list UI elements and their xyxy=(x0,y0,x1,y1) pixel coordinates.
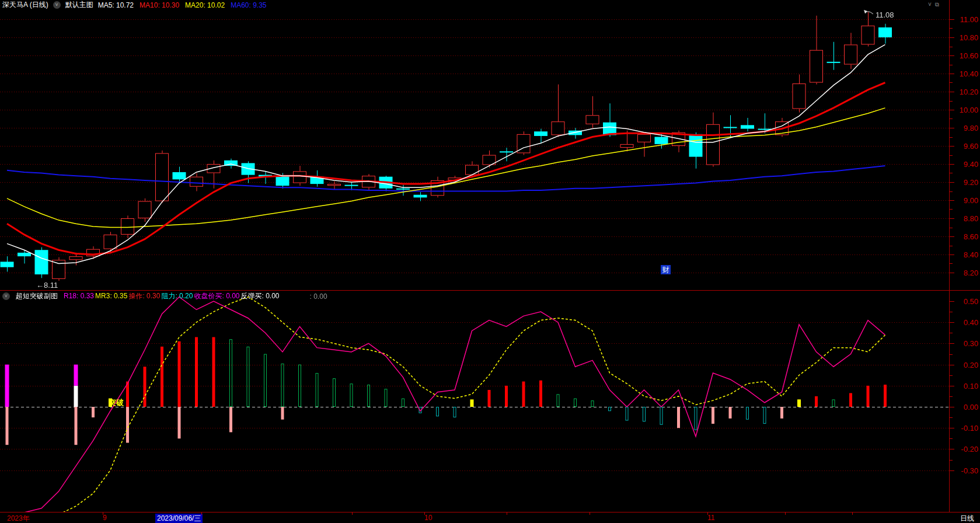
ma-legend-item: MA60: 9.35 xyxy=(231,1,266,9)
time-axis-tick xyxy=(785,512,786,515)
indicator-extra-value: : 0.00 xyxy=(310,292,327,301)
time-axis-tick xyxy=(507,512,507,515)
indicator-value-item: 操作: 0.30 xyxy=(128,292,160,300)
axis-tick xyxy=(950,246,953,246)
time-axis-tick xyxy=(103,512,103,515)
axis-tick xyxy=(950,200,954,201)
panel-controls: ˅ ⧉ xyxy=(928,1,939,8)
axis-tick xyxy=(950,137,953,138)
news-badge[interactable]: 财 xyxy=(661,265,671,274)
time-axis-label: 11 xyxy=(707,514,714,522)
time-axis-bar: 日线 2023年92023/09/06/三1011 xyxy=(0,512,980,523)
axis-tick xyxy=(950,164,954,165)
axis-tick xyxy=(950,55,954,56)
axis-tick xyxy=(950,254,954,255)
ma-legend-item: MA20: 10.02 xyxy=(185,1,225,9)
axis-tick xyxy=(950,333,953,333)
stock-chart-app: 深天马A (日线) ˅ 默认主图 MA5: 10.72MA10: 10.30MA… xyxy=(0,0,980,523)
axis-tick xyxy=(950,82,953,83)
layout-label[interactable]: 默认主图 xyxy=(65,0,93,10)
axis-tick xyxy=(950,407,954,407)
axis-tick xyxy=(950,460,953,461)
axis-label: 10.80 xyxy=(959,33,978,42)
ma-legend: MA5: 10.72MA10: 10.30MA20: 10.02MA60: 9.… xyxy=(98,1,273,9)
axis-label: -0.10 xyxy=(961,424,978,433)
axis-tick xyxy=(950,128,954,128)
axis-label: 9.20 xyxy=(964,178,978,187)
axis-tick xyxy=(950,228,953,228)
chevron-collapse-icon[interactable]: ˅ xyxy=(928,1,932,8)
axis-tick xyxy=(950,146,954,147)
axis-label: 0.40 xyxy=(964,318,978,327)
time-axis-label: 2023年 xyxy=(7,514,30,523)
axis-label: 11.00 xyxy=(960,15,978,24)
axis-tick xyxy=(950,365,954,365)
axis-tick xyxy=(950,191,953,192)
indicator-value-item: 收盘价买: 0.00 xyxy=(194,292,239,300)
axis-label: 10.20 xyxy=(959,88,978,96)
indicator-value-item: 阻力: 0.20 xyxy=(161,292,193,300)
axis-tick xyxy=(950,449,954,449)
axis-tick xyxy=(950,28,953,29)
axis-tick xyxy=(950,263,953,264)
time-axis-tick xyxy=(424,512,425,515)
axis-tick xyxy=(950,273,954,273)
axis-label: 9.00 xyxy=(964,196,978,205)
indicator-value-item: MR3: 0.35 xyxy=(95,292,127,300)
axis-tick xyxy=(950,19,954,20)
price-axis: 11.0010.8010.6010.4010.2010.009.809.609.… xyxy=(949,0,980,512)
maximize-panel-icon[interactable]: ⧉ xyxy=(935,1,939,8)
chevron-down-icon[interactable]: ˅ xyxy=(53,1,61,9)
axis-tick xyxy=(950,218,954,219)
indicator-header: ˅ 超短突破副图 R18: 0.33MR3: 0.35操作: 0.30阻力: 0… xyxy=(2,292,327,301)
indicator-value-item: 反弹买: 0.00 xyxy=(241,292,280,300)
axis-tick xyxy=(950,37,954,38)
indicator-values: R18: 0.33MR3: 0.35操作: 0.30阻力: 0.20收盘价买: … xyxy=(64,291,281,301)
time-axis-label: 9 xyxy=(103,514,107,522)
axis-label: 8.20 xyxy=(964,269,978,277)
time-axis-tick xyxy=(852,512,853,515)
axis-tick xyxy=(950,343,954,344)
indicator-name[interactable]: 超短突破副图 xyxy=(16,291,58,301)
selected-date-label[interactable]: 2023/09/06/三 xyxy=(155,514,203,523)
axis-label: 9.80 xyxy=(964,124,978,133)
axis-tick xyxy=(950,101,953,102)
ma-legend-item: MA5: 10.72 xyxy=(98,1,134,9)
axis-tick xyxy=(950,354,953,355)
panel-separator[interactable] xyxy=(0,290,980,291)
axis-tick xyxy=(950,47,953,47)
axis-tick xyxy=(950,375,953,376)
axis-label: -0.30 xyxy=(961,466,978,475)
axis-label: 0.10 xyxy=(964,382,978,390)
axis-label: 0.20 xyxy=(964,361,978,369)
main-chart-header: 深天马A (日线) ˅ 默认主图 MA5: 10.72MA10: 10.30MA… xyxy=(2,0,273,10)
axis-label: 0.00 xyxy=(964,403,978,412)
axis-tick xyxy=(950,236,954,237)
axis-tick xyxy=(950,428,954,428)
axis-tick xyxy=(950,386,954,386)
axis-tick xyxy=(950,173,953,173)
axis-tick xyxy=(950,438,953,439)
axis-label: -0.20 xyxy=(961,445,978,454)
axis-tick xyxy=(950,470,954,471)
axis-label: 10.40 xyxy=(959,69,978,78)
stock-title: 深天马A (日线) xyxy=(2,0,48,10)
axis-label: 8.60 xyxy=(964,232,978,241)
period-label[interactable]: 日线 xyxy=(960,514,974,523)
axis-label: 9.40 xyxy=(964,160,978,169)
axis-tick xyxy=(950,396,953,397)
time-axis-tick xyxy=(707,512,708,515)
chevron-down-icon[interactable]: ˅ xyxy=(2,292,10,300)
axis-tick xyxy=(950,74,954,74)
axis-tick xyxy=(950,110,954,110)
axis-tick xyxy=(950,301,954,302)
indicator-chart-canvas[interactable] xyxy=(0,291,949,512)
axis-label: 0.30 xyxy=(964,339,978,348)
ma-legend-item: MA10: 10.30 xyxy=(139,1,179,9)
axis-label: 0.50 xyxy=(964,297,978,306)
axis-label: 10.00 xyxy=(959,106,978,114)
axis-tick xyxy=(950,92,954,92)
axis-tick xyxy=(950,182,954,183)
axis-label: 9.60 xyxy=(964,142,978,151)
main-chart-canvas[interactable] xyxy=(0,10,949,290)
